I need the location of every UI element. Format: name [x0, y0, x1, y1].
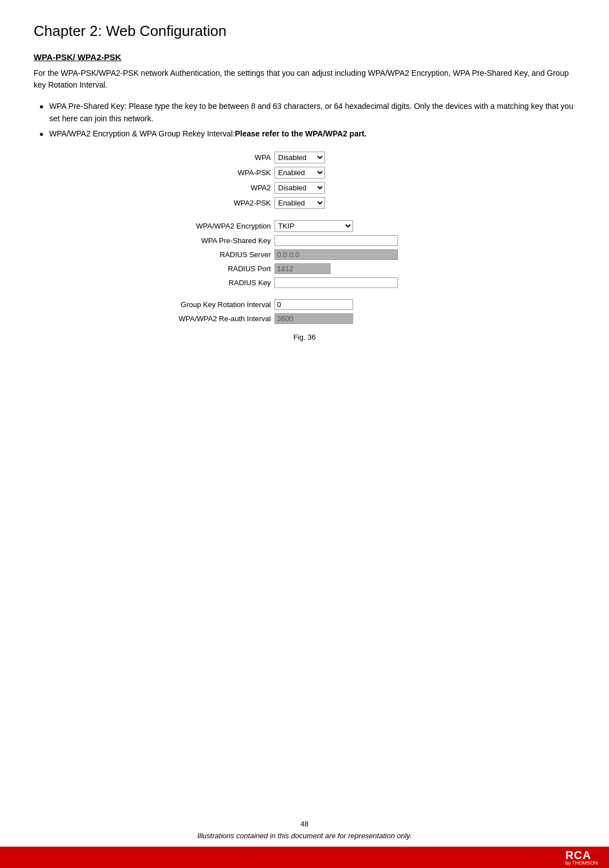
configuration-form: WPA Disabled Enabled WPA-PSK Disabled En…: [148, 152, 462, 341]
reauth-row: WPA/WPA2 Re-auth Interval: [148, 313, 462, 324]
psk-input[interactable]: [274, 235, 398, 246]
group-key-label: Group Key Rotation Interval: [148, 300, 271, 309]
radius-server-input[interactable]: [274, 249, 398, 260]
bullet-item-2: WPA/WPA2 Encryption & WPA Group Rekey In…: [34, 127, 575, 140]
wpa-psk-select[interactable]: Disabled Enabled: [274, 167, 325, 179]
radius-key-label: RADIUS Key: [148, 278, 271, 287]
rca-text: RCA: [565, 849, 591, 861]
radius-key-row: RADIUS Key: [148, 277, 462, 288]
reauth-label: WPA/WPA2 Re-auth Interval: [148, 314, 271, 323]
bullet-item-1: WPA Pre-Shared Key: Please type the key …: [34, 100, 575, 125]
wpa2-row: WPA2 Disabled Enabled: [148, 182, 462, 194]
footer-bar: RCA by THOMSON: [0, 847, 609, 868]
psk-label: WPA Pre-Shared Key: [148, 236, 271, 245]
radius-port-label: RADIUS Port: [148, 264, 271, 273]
group-key-input[interactable]: [274, 299, 353, 310]
wpa-label: WPA: [148, 153, 271, 162]
page-number: 48: [300, 820, 308, 828]
encryption-row: WPA/WPA2 Encryption TKIP AES TKIP+AES: [148, 220, 462, 232]
reauth-input[interactable]: [274, 313, 353, 324]
intro-text: For the WPA-PSK/WPA2-PSK network Authent…: [34, 67, 575, 91]
wpa-psk-label: WPA-PSK: [148, 168, 271, 177]
footer: 48 Illustrations contained in this docum…: [0, 819, 609, 868]
bullet-list: WPA Pre-Shared Key: Please type the key …: [34, 100, 575, 140]
fig-caption: Fig. 36: [148, 333, 462, 341]
by-thomson-text: by THOMSON: [565, 861, 598, 866]
wpa-row: WPA Disabled Enabled: [148, 152, 462, 163]
radius-port-row: RADIUS Port: [148, 263, 462, 274]
footer-text: 48 Illustrations contained in this docum…: [0, 819, 609, 847]
bullet-text-2-bold: Please refer to the WPA/WPA2 part.: [235, 127, 367, 140]
encryption-select[interactable]: TKIP AES TKIP+AES: [274, 220, 353, 232]
radius-key-input[interactable]: [274, 277, 398, 288]
radius-port-input[interactable]: [274, 263, 331, 274]
wpa2-label: WPA2: [148, 184, 271, 192]
section-heading: WPA-PSK/ WPA2-PSK: [34, 52, 575, 62]
wpa2-select[interactable]: Disabled Enabled: [274, 182, 325, 194]
page-title: Chapter 2: Web Configuration: [34, 22, 575, 40]
bullet-text-2-before: WPA/WPA2 Encryption & WPA Group Rekey In…: [49, 127, 235, 140]
wpa2-psk-label: WPA2-PSK: [148, 199, 271, 207]
psk-row: WPA Pre-Shared Key: [148, 235, 462, 246]
radius-server-label: RADIUS Server: [148, 250, 271, 259]
group-key-row: Group Key Rotation Interval: [148, 299, 462, 310]
wpa2-psk-select[interactable]: Disabled Enabled: [274, 197, 325, 209]
bullet-text-1: WPA Pre-Shared Key: Please type the key …: [49, 100, 575, 125]
encryption-label: WPA/WPA2 Encryption: [148, 222, 271, 230]
wpa-select[interactable]: Disabled Enabled: [274, 152, 325, 163]
disclaimer-text: Illustrations contained in this document…: [197, 832, 411, 840]
radius-server-row: RADIUS Server: [148, 249, 462, 260]
wpa2-psk-row: WPA2-PSK Disabled Enabled: [148, 197, 462, 209]
wpa-psk-row: WPA-PSK Disabled Enabled: [148, 167, 462, 179]
rca-logo: RCA by THOMSON: [565, 849, 598, 866]
